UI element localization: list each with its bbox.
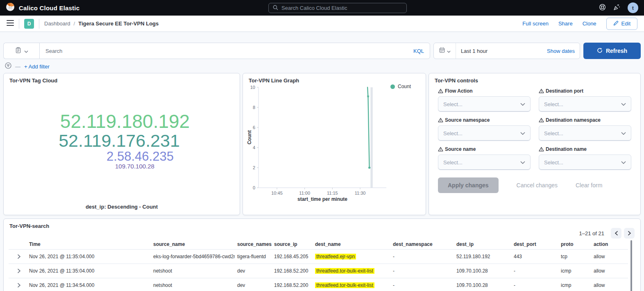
date-picker-quick-menu[interactable]: [434, 43, 456, 59]
col-header-source-ip: source_ip: [272, 241, 313, 247]
cell-time: Nov 26, 2021 @ 11:34:54.000: [27, 282, 151, 288]
source-name-select[interactable]: Select...: [438, 155, 531, 170]
panel-title: Tor-VPN controls: [429, 73, 640, 88]
destination-namespace-select[interactable]: Select...: [539, 125, 631, 141]
date-picker: Last 1 hour Show dates: [433, 43, 580, 59]
global-search-input[interactable]: [281, 5, 402, 11]
svg-text:10: 10: [250, 85, 255, 90]
cell-dest-name: threatfeed.tor-bulk-exit-list: [313, 282, 390, 288]
legend-label: Count: [398, 84, 411, 89]
search-results-panel: Tor-VPN-search 1–21 of 21 Timesource_nam…: [3, 218, 641, 291]
control-destination-namespace: Destination namespaceSelect...: [539, 117, 631, 141]
cell-source-ip: 192.168.45.205: [272, 254, 313, 259]
full-screen-button[interactable]: Full screen: [522, 20, 549, 27]
cell-dest-port: -: [511, 282, 558, 288]
col-header-proto: proto: [558, 241, 591, 247]
tag-term[interactable]: 52.119.176.231: [59, 132, 180, 150]
cancel-changes-button[interactable]: Cancel changes: [517, 182, 558, 189]
clone-button[interactable]: Clone: [583, 20, 596, 27]
cell-dest-name: threatfeed.tor-bulk-exit-list: [313, 268, 390, 274]
source-namespace-select[interactable]: Select...: [438, 125, 531, 141]
saved-queries-button[interactable]: [3, 43, 39, 59]
chevron-down-icon: [447, 47, 451, 55]
panel-title: Tor-VPN-search: [4, 219, 640, 233]
legend-item-count[interactable]: Count: [390, 84, 411, 89]
filter-bar: — + Add filter: [5, 63, 50, 70]
controls-grid: Flow ActionSelect...Destination portSele…: [438, 88, 631, 170]
control-destination-name: Destination nameSelect...: [539, 146, 631, 170]
add-filter-button[interactable]: + Add filter: [24, 64, 50, 70]
cell-dest-port: -: [511, 268, 558, 274]
col-header-source-namespace: source_namespace: [235, 241, 272, 247]
chevron-down-icon: [520, 103, 525, 106]
warning-icon: [438, 118, 443, 123]
svg-text:4: 4: [253, 145, 255, 150]
cell-time: Nov 26, 2021 @ 11:35:04.000: [27, 254, 151, 259]
share-button[interactable]: Share: [558, 20, 573, 27]
col-header-dest-port: dest_port: [511, 241, 558, 247]
cell-action: allow: [591, 254, 626, 259]
filter-icon[interactable]: [5, 62, 11, 70]
breadcrumb-separator: /: [74, 20, 75, 27]
expand-row-button[interactable]: [17, 268, 21, 273]
destination-name-select[interactable]: Select...: [539, 155, 631, 170]
query-input[interactable]: [45, 48, 410, 54]
expand-row-button[interactable]: [17, 254, 21, 259]
control-source-name: Source nameSelect...: [438, 146, 531, 170]
warning-icon: [539, 118, 544, 123]
control-label: Source namespace: [438, 117, 531, 123]
svg-text:0: 0: [253, 185, 255, 190]
destination-port-select[interactable]: Select...: [539, 96, 631, 112]
cell-dest-namespace: -: [390, 282, 454, 288]
control-label: Destination name: [539, 146, 631, 152]
flow-action-select[interactable]: Select...: [438, 96, 531, 112]
expand-row-button[interactable]: [17, 283, 21, 288]
chevron-down-icon: [621, 161, 626, 164]
calendar-icon: [439, 47, 445, 55]
help-icon[interactable]: [599, 4, 606, 12]
vertical-scrollbar[interactable]: [630, 240, 632, 291]
svg-text:2: 2: [253, 165, 255, 170]
calico-logo: [6, 2, 15, 13]
cell-action: allow: [591, 268, 626, 274]
clear-form-button[interactable]: Clear form: [576, 182, 602, 189]
control-flow-action: Flow ActionSelect...: [438, 88, 531, 112]
breadcrumb-bar: D Dashboard / Tigera Secure EE Tor-VPN L…: [0, 16, 644, 32]
col-header-source-name: source_name: [151, 241, 235, 247]
menu-icon[interactable]: [7, 20, 14, 27]
query-bar: KQL Last 1 hour Show dates Refresh: [3, 43, 641, 59]
refresh-button[interactable]: Refresh: [583, 43, 641, 59]
cell-dest-port: 443: [511, 254, 558, 259]
line-graph-panel: Tor-VPN Line Graph 024681010:4511:0011:1…: [243, 73, 426, 215]
control-source-namespace: Source namespaceSelect...: [438, 117, 531, 141]
tag-term[interactable]: 52.119.180.192: [60, 112, 190, 132]
show-dates-button[interactable]: Show dates: [547, 48, 580, 54]
time-range-value[interactable]: Last 1 hour: [456, 48, 488, 54]
cell-action: allow: [591, 282, 626, 288]
kql-search-box: KQL: [39, 43, 430, 59]
chevron-down-icon: [621, 103, 626, 106]
query-language-button[interactable]: KQL: [413, 48, 424, 54]
pagination-next-button[interactable]: [624, 228, 635, 239]
cell-dest-ip: 52.119.180.192: [454, 254, 511, 259]
cell-proto: tcp: [558, 254, 591, 259]
global-search[interactable]: [268, 3, 407, 13]
chevron-down-icon: [24, 47, 28, 55]
breadcrumb-dashboard[interactable]: Dashboard: [44, 20, 70, 27]
cell-dest-ip: 109.70.100.28: [454, 268, 511, 274]
filter-dash: —: [15, 64, 20, 70]
svg-text:10:45: 10:45: [271, 191, 283, 196]
apply-changes-button[interactable]: Apply changes: [438, 177, 499, 193]
divider: [39, 19, 39, 29]
pagination-prev-button[interactable]: [611, 228, 621, 239]
breadcrumb: Dashboard / Tigera Secure EE Tor-VPN Log…: [44, 20, 159, 27]
newsfeed-icon[interactable]: [613, 4, 620, 12]
dashboard-app-badge[interactable]: D: [24, 19, 34, 29]
tag-term[interactable]: 2.58.46.235: [107, 150, 174, 163]
tag-term[interactable]: 109.70.100.28: [115, 163, 154, 170]
edit-button[interactable]: Edit: [606, 18, 637, 30]
cell-source-namespace: tigera-fluentd: [235, 254, 272, 259]
user-avatar[interactable]: t: [628, 2, 638, 13]
table-row: Nov 26, 2021 @ 11:35:04.000netshootdev19…: [9, 264, 628, 278]
app-title: Calico Cloud Elastic: [19, 5, 79, 11]
